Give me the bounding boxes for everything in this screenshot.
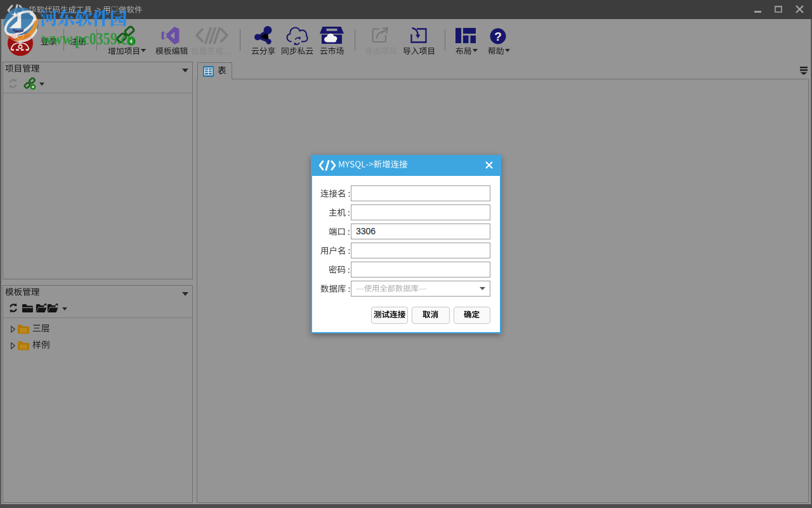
svg-text:?: ? (494, 30, 502, 43)
